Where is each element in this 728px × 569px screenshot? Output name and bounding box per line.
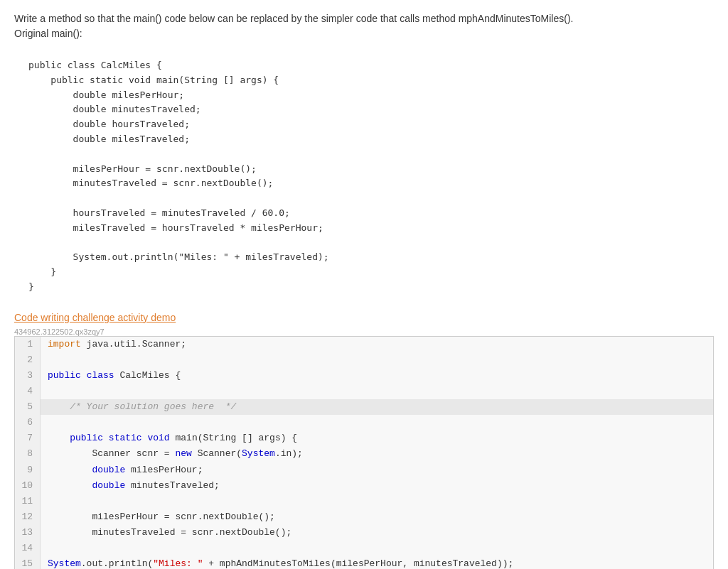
editor-line-10: 10 double minutesTraveled; [15, 478, 713, 494]
line-content-7[interactable]: public static void main(String [] args) … [41, 430, 713, 446]
editor-line-2: 2 [15, 352, 713, 368]
line-number-5: 5 [15, 399, 41, 415]
line-number-9: 9 [15, 462, 41, 478]
line-number-13: 13 [15, 525, 41, 541]
editor-line-12: 12 milesPerHour = scnr.nextDouble(); [15, 509, 713, 525]
editor-line-13: 13 minutesTraveled = scnr.nextDouble(); [15, 525, 713, 541]
editor-line-8: 8 Scanner scnr = new Scanner(System.in); [15, 446, 713, 462]
original-code-text: public class CalcMiles { public static v… [28, 58, 714, 295]
line-number-14: 14 [15, 541, 41, 556]
line-content-4[interactable] [41, 384, 713, 399]
editor-line-7: 7 public static void main(String [] args… [15, 430, 713, 446]
editor-line-15: 15 System.out.println("Miles: " + mphAnd… [15, 556, 713, 569]
line-number-2: 2 [15, 352, 41, 368]
editor-line-3: 3 public class CalcMiles { [15, 368, 713, 384]
line-content-8[interactable]: Scanner scnr = new Scanner(System.in); [41, 446, 713, 462]
editor-line-4: 4 [15, 384, 713, 399]
editor-line-5: 5 /* Your solution goes here */ [15, 399, 713, 415]
line-content-11[interactable] [41, 494, 713, 509]
editor-line-14: 14 [15, 541, 713, 556]
line-number-7: 7 [15, 430, 41, 446]
line-content-3[interactable]: public class CalcMiles { [41, 368, 713, 384]
line-number-6: 6 [15, 415, 41, 430]
editor-line-1: 1 import java.util.Scanner; [15, 337, 713, 352]
line-content-15[interactable]: System.out.println("Miles: " + mphAndMin… [41, 556, 713, 569]
code-editor[interactable]: 1 import java.util.Scanner; 2 3 public c… [14, 336, 714, 569]
page-container: Write a method so that the main() code b… [0, 0, 728, 569]
line-number-3: 3 [15, 368, 41, 384]
original-code-block: public class CalcMiles { public static v… [14, 53, 714, 300]
line-content-9[interactable]: double milesPerHour; [41, 462, 713, 478]
editor-line-11: 11 [15, 494, 713, 509]
line-content-13[interactable]: minutesTraveled = scnr.nextDouble(); [41, 525, 713, 541]
line-content-14[interactable] [41, 541, 713, 556]
challenge-link[interactable]: Code writing challenge activity demo [14, 312, 176, 323]
description-block: Write a method so that the main() code b… [14, 11, 714, 41]
line-number-15: 15 [15, 556, 41, 569]
line-content-6[interactable] [41, 415, 713, 430]
line-content-5[interactable]: /* Your solution goes here */ [41, 399, 713, 415]
line-number-8: 8 [15, 446, 41, 462]
line-content-10[interactable]: double minutesTraveled; [41, 478, 713, 494]
line-number-10: 10 [15, 478, 41, 494]
line-number-4: 4 [15, 384, 41, 399]
description-line2: Original main(): [14, 28, 82, 39]
line-number-11: 11 [15, 494, 41, 509]
line-content-1[interactable]: import java.util.Scanner; [41, 337, 713, 352]
line-content-12[interactable]: milesPerHour = scnr.nextDouble(); [41, 509, 713, 525]
line-number-12: 12 [15, 509, 41, 525]
activity-id: 434962.3122502.qx3zqy7 [14, 327, 714, 336]
description-line1: Write a method so that the main() code b… [14, 13, 573, 24]
editor-line-9: 9 double milesPerHour; [15, 462, 713, 478]
line-number-1: 1 [15, 337, 41, 352]
line-content-2[interactable] [41, 352, 713, 368]
link-line: Code writing challenge activity demo [14, 312, 714, 323]
editor-line-6: 6 [15, 415, 713, 430]
